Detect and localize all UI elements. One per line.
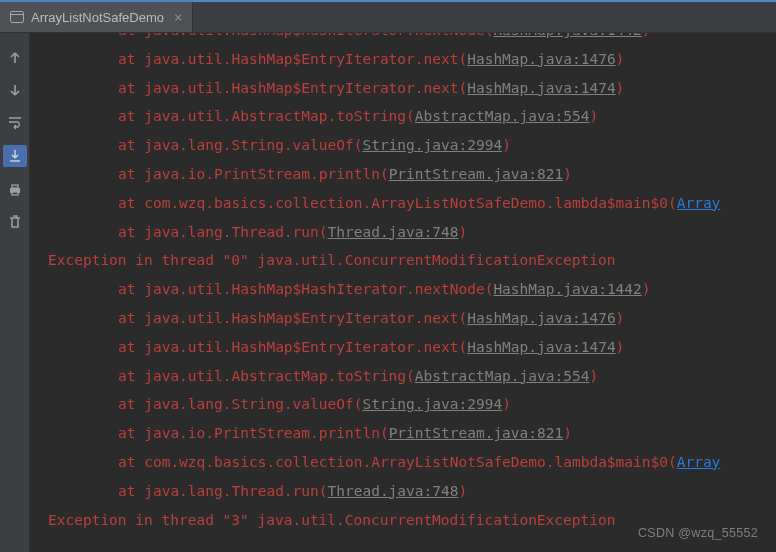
source-link[interactable]: HashMap.java:1474 [467,80,615,96]
stack-frame: at java.util.HashMap$EntryIterator.next(… [48,333,776,362]
stack-frame: at java.util.AbstractMap.toString(Abstra… [48,102,776,131]
stack-frame: at java.io.PrintStream.println(PrintStre… [48,160,776,189]
source-link[interactable]: Thread.java:748 [328,483,459,499]
svg-rect-1 [12,185,18,188]
stack-frame: at java.util.HashMap$HashIterator.nextNo… [48,275,776,304]
source-link[interactable]: HashMap.java:1442 [493,281,641,297]
stack-frame: at java.util.HashMap$EntryIterator.next(… [48,304,776,333]
stack-frame: at java.lang.String.valueOf(String.java:… [48,390,776,419]
trash-icon[interactable] [6,213,24,231]
stack-frame: at java.util.AbstractMap.toString(Abstra… [48,362,776,391]
source-link[interactable]: String.java:2994 [362,137,502,153]
stack-frame: at java.util.HashMap$HashIterator.nextNo… [48,33,776,45]
stack-frame: at java.lang.Thread.run(Thread.java:748) [48,477,776,506]
stack-frame: at com.wzq.basics.collection.ArrayListNo… [48,448,776,477]
source-link[interactable]: AbstractMap.java:554 [415,108,590,124]
source-link[interactable]: HashMap.java:1474 [467,339,615,355]
tab-bar: ArrayListNotSafeDemo × [0,0,776,33]
scroll-to-end-icon[interactable] [3,145,27,167]
source-link[interactable]: Thread.java:748 [328,224,459,240]
source-link[interactable]: HashMap.java:1442 [493,33,641,38]
source-link[interactable]: Array [677,454,721,470]
exception-header: Exception in thread "0" java.util.Concur… [48,246,776,275]
stack-frame: at com.wzq.basics.collection.ArrayListNo… [48,189,776,218]
console-gutter [0,33,30,552]
stack-frame: at java.util.HashMap$EntryIterator.next(… [48,74,776,103]
tab-title: ArrayListNotSafeDemo [31,10,164,25]
soft-wrap-icon[interactable] [6,113,24,131]
source-link[interactable]: String.java:2994 [362,396,502,412]
source-link[interactable]: PrintStream.java:821 [389,425,564,441]
scroll-up-icon[interactable] [6,49,24,67]
console-output[interactable]: at java.util.HashMap$HashIterator.nextNo… [30,33,776,552]
watermark: CSDN @wzq_55552 [638,526,758,540]
close-icon[interactable]: × [174,9,182,25]
stack-frame: at java.util.HashMap$EntryIterator.next(… [48,45,776,74]
console-tab-icon [10,11,24,23]
stack-frame: at java.lang.String.valueOf(String.java:… [48,131,776,160]
source-link[interactable]: HashMap.java:1476 [467,51,615,67]
scroll-down-icon[interactable] [6,81,24,99]
svg-rect-2 [12,192,18,195]
body-row: at java.util.HashMap$HashIterator.nextNo… [0,33,776,552]
print-icon[interactable] [6,181,24,199]
stack-frame: at java.io.PrintStream.println(PrintStre… [48,419,776,448]
source-link[interactable]: AbstractMap.java:554 [415,368,590,384]
stack-frame: at java.lang.Thread.run(Thread.java:748) [48,218,776,247]
source-link[interactable]: Array [677,195,721,211]
source-link[interactable]: HashMap.java:1476 [467,310,615,326]
source-link[interactable]: PrintStream.java:821 [389,166,564,182]
editor-tab[interactable]: ArrayListNotSafeDemo × [0,2,193,32]
